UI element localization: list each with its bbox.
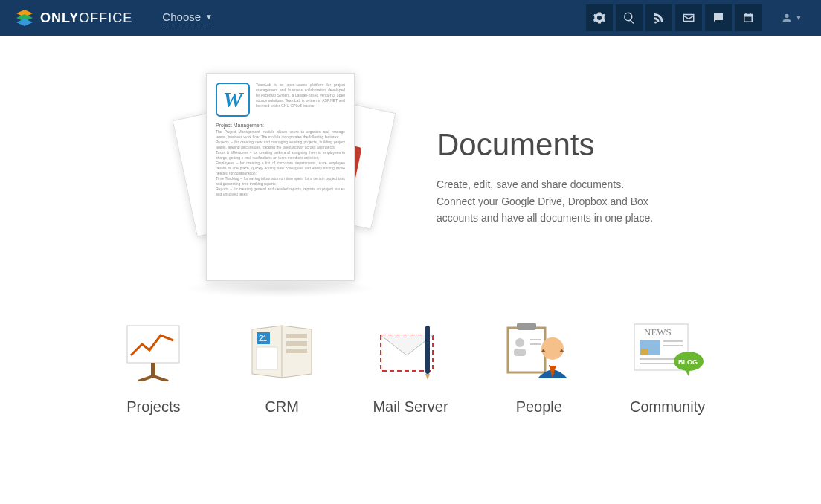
module-projects[interactable]: Projects [101, 318, 205, 416]
svg-rect-17 [508, 328, 545, 372]
main-content: X W TeamLab is an open-source platform f… [0, 36, 821, 445]
feed-button[interactable] [645, 4, 672, 31]
gear-icon [593, 11, 606, 25]
svg-rect-30 [641, 349, 648, 355]
module-crm[interactable]: 21 CRM [230, 318, 334, 416]
svg-rect-18 [517, 323, 536, 330]
svg-rect-4 [151, 363, 155, 376]
svg-text:NEWS: NEWS [644, 326, 672, 337]
word-badge-icon: W [216, 83, 250, 117]
doc-body5: Time Tracking – for saving information o… [216, 176, 345, 187]
mail-icon [682, 11, 695, 25]
user-icon [781, 12, 793, 24]
svg-text:21: 21 [259, 335, 268, 343]
hero-section: X W TeamLab is an open-source platform f… [59, 58, 762, 296]
mail-button[interactable] [675, 4, 702, 31]
chevron-down-icon: ▼ [205, 13, 213, 21]
doc-body3: Tasks & Milestones – for creating tasks … [216, 150, 345, 161]
hero-description: Create, edit, save and share documents. … [437, 176, 660, 226]
settings-button[interactable] [586, 4, 613, 31]
svg-marker-36 [684, 369, 690, 376]
brand-suffix: OFFICE [79, 10, 132, 26]
feed-icon [652, 11, 666, 25]
svg-point-19 [515, 338, 524, 347]
svg-rect-13 [286, 349, 307, 353]
chat-button[interactable] [705, 4, 732, 31]
logo-icon [15, 8, 34, 28]
search-icon [622, 11, 636, 25]
svg-rect-26 [550, 361, 556, 366]
module-label: People [487, 398, 591, 416]
projects-icon [116, 318, 190, 385]
doc-body4: Employees – for creating a list of corpo… [216, 161, 345, 176]
module-label: Mail Server [358, 398, 463, 416]
svg-marker-2 [16, 19, 33, 26]
svg-marker-16 [425, 374, 430, 380]
people-icon [502, 318, 576, 385]
hero-text: Documents Create, edit, save and share d… [437, 127, 660, 226]
doc-body1: The Project Management module allows use… [216, 129, 345, 140]
module-mail[interactable]: Mail Server [358, 318, 463, 416]
choose-label: Choose [162, 10, 201, 23]
crm-icon: 21 [245, 318, 319, 385]
module-label: CRM [230, 398, 334, 416]
nav-icons [586, 4, 762, 31]
user-menu[interactable]: ▼ [776, 4, 806, 31]
hero-title: Documents [437, 127, 660, 163]
svg-rect-11 [286, 334, 307, 338]
svg-text:BLOG: BLOG [678, 358, 698, 366]
svg-line-5 [138, 376, 153, 381]
svg-rect-15 [425, 326, 430, 374]
calendar-icon [741, 11, 755, 25]
search-button[interactable] [616, 4, 643, 31]
header: ONLYOFFICE Choose ▼ ▼ [0, 0, 821, 36]
doc-body2: Projects – for creating new and managing… [216, 140, 345, 150]
doc-body6: Reports – for creating general and detai… [216, 187, 345, 197]
calendar-button[interactable] [735, 4, 762, 31]
chevron-down-icon: ▼ [796, 14, 802, 22]
document-page-icon: W TeamLab is an open-source platform for… [206, 73, 355, 281]
svg-line-6 [153, 376, 168, 381]
module-label: Community [616, 398, 720, 416]
svg-point-24 [544, 337, 561, 355]
doc-intro-text: TeamLab is an open-source platform for p… [256, 83, 345, 117]
svg-rect-10 [257, 347, 277, 369]
documents-illustration: X W TeamLab is an open-source platform f… [161, 65, 399, 288]
modules-row: Projects 21 CRM [59, 318, 762, 416]
logo[interactable]: ONLYOFFICE [15, 8, 132, 28]
module-people[interactable]: People [487, 318, 591, 416]
module-label: Projects [101, 398, 205, 416]
choose-dropdown[interactable]: Choose ▼ [162, 10, 213, 25]
chat-icon [712, 11, 725, 25]
doc-section-title: Project Management [216, 123, 345, 128]
brand-prefix: ONLY [40, 10, 79, 26]
module-community[interactable]: NEWS BLOG Community [616, 318, 720, 416]
community-icon: NEWS BLOG [631, 318, 705, 385]
svg-rect-12 [286, 341, 307, 346]
mail-icon [373, 318, 448, 385]
svg-rect-20 [514, 349, 526, 356]
